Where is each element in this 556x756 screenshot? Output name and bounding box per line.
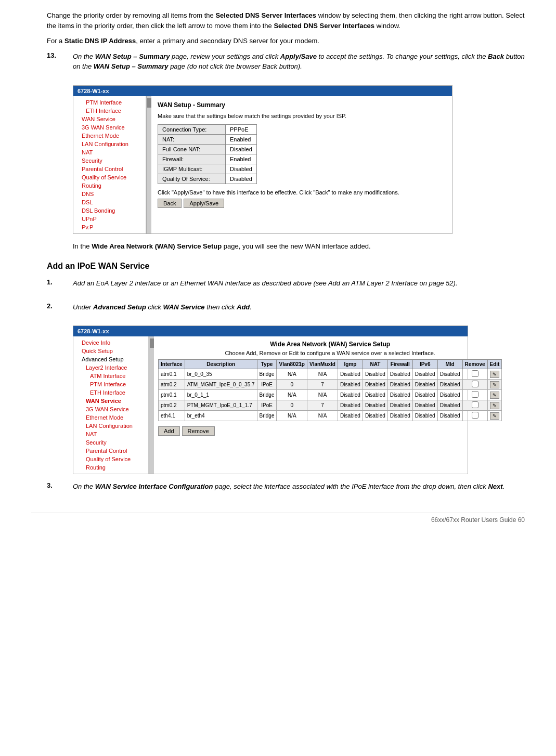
sidebar-quick-setup[interactable]: Quick Setup (73, 347, 148, 355)
cell-ipv6: Disabled (412, 411, 437, 421)
cell-type: Bridge (257, 390, 277, 400)
cell-remove[interactable] (462, 369, 487, 380)
footnote: 66xx/67xx Router Users Guide 60 (31, 513, 525, 524)
cell-type: Bridge (257, 369, 277, 380)
sidebar-3g-wan-service-1[interactable]: 3G WAN Service (73, 123, 146, 132)
sidebar-lan-config-2[interactable]: LAN Configuration (73, 422, 148, 430)
cell-ipv6: Disabled (412, 369, 437, 380)
sidebar-dsl-1[interactable]: DSL (73, 198, 146, 206)
sidebar-atm-interface-2[interactable]: ATM Interface (73, 372, 148, 380)
cell-vlan8021p: N/A (277, 390, 307, 400)
cell-remove[interactable] (462, 380, 487, 390)
step-3: 3. On the WAN Service Interface Configur… (47, 481, 525, 497)
router-titlebar-1: 6728-W1-xx (73, 86, 452, 96)
table-row: atm0.2 ATM_MGMT_IpoE_0_0_35.7 IPoE 0 7 D… (159, 380, 502, 390)
cell-remove[interactable] (462, 411, 487, 421)
sidebar-3g-wan-service-2[interactable]: 3G WAN Service (73, 405, 148, 413)
remove-checkbox[interactable] (472, 412, 479, 419)
col-mld: Mld (437, 360, 462, 369)
router-main-1: WAN Setup - Summary Make sure that the s… (151, 96, 452, 233)
sidebar-device-info[interactable]: Device Info (73, 338, 148, 347)
col-firewall: Firewall (387, 360, 412, 369)
sidebar-routing-1[interactable]: Routing (73, 181, 146, 190)
cell-interface: ptm0.2 (159, 400, 185, 411)
sidebar-wan-service-1[interactable]: WAN Service (73, 115, 146, 123)
edit-button[interactable]: ✎ (490, 402, 499, 409)
sidebar-nat-1[interactable]: NAT (73, 148, 146, 157)
cell-remove[interactable] (462, 400, 487, 411)
cell-interface: atm0.2 (159, 380, 185, 390)
step-1: 1. Add an EoA Layer 2 interface or an Et… (47, 278, 525, 294)
cell-vlanmuxid: N/A (307, 411, 338, 421)
wan-service-table: Interface Description Type Vlan8021p Vla… (158, 359, 502, 421)
sidebar-ethernet-mode-1[interactable]: Ethernet Mode (73, 132, 146, 140)
sidebar-wan-service-2[interactable]: WAN Service (73, 397, 148, 405)
col-nat: NAT (363, 360, 387, 369)
sidebar-ethernet-mode-2[interactable]: Ethernet Mode (73, 413, 148, 422)
sidebar-routing-2[interactable]: Routing (73, 463, 148, 472)
sidebar-parental-1[interactable]: Parental Control (73, 165, 146, 173)
cell-edit[interactable]: ✎ (487, 369, 502, 380)
cell-firewall: Disabled (387, 369, 412, 380)
sidebar-dns-1[interactable]: DNS (73, 190, 146, 198)
intro-para2: For a Static DNS IP Address, enter a pri… (47, 36, 525, 46)
add-button-2[interactable]: Add (158, 426, 180, 436)
sidebar-security-2[interactable]: Security (73, 438, 148, 447)
sidebar-pvp-1[interactable]: Pv.P (73, 223, 146, 231)
remove-checkbox[interactable] (472, 401, 479, 408)
cell-firewall: Disabled (387, 411, 412, 421)
sidebar-dsl-bonding-1[interactable]: DSL Bonding (73, 206, 146, 215)
edit-button[interactable]: ✎ (490, 381, 499, 388)
intro-para1: Change the priority order by removing al… (47, 10, 525, 31)
router-note-1: Click "Apply/Save" to have this interfac… (158, 189, 446, 195)
cell-edit[interactable]: ✎ (487, 400, 502, 411)
sidebar-qos-1[interactable]: Quality of Service (73, 173, 146, 181)
col-igmp: Igmp (338, 360, 363, 369)
apply-save-button-1[interactable]: Apply/Save (184, 199, 224, 208)
cell-ipv6: Disabled (412, 380, 437, 390)
cell-edit[interactable]: ✎ (487, 411, 502, 421)
sidebar-ptm-interface-1[interactable]: PTM Interface (73, 98, 146, 107)
table-row: ptm0.1 br_0_1_1 Bridge N/A N/A Disabled … (159, 390, 502, 400)
cell-firewall: Disabled (387, 380, 412, 390)
sidebar-parental-2[interactable]: Parental Control (73, 447, 148, 455)
edit-button[interactable]: ✎ (490, 412, 499, 420)
cell-description: ATM_MGMT_IpoE_0_0_35.7 (185, 380, 257, 390)
sidebar-ptm-interface-2[interactable]: PTM Interface (73, 380, 148, 388)
cell-nat: Disabled (363, 400, 387, 411)
col-ipv6: IPv6 (412, 360, 437, 369)
sidebar-eth-interface-2[interactable]: ETH Interface (73, 388, 148, 397)
cell-edit[interactable]: ✎ (487, 380, 502, 390)
sidebar-nat-2[interactable]: NAT (73, 430, 148, 438)
sidebar-advanced-setup[interactable]: Advanced Setup (73, 355, 148, 363)
remove-checkbox[interactable] (472, 370, 479, 377)
after-screenshot1-text: In the Wide Area Network (WAN) Service S… (73, 241, 525, 252)
edit-button[interactable]: ✎ (490, 392, 499, 399)
cell-igmp: Disabled (338, 390, 363, 400)
cell-igmp: Disabled (338, 380, 363, 390)
col-type: Type (257, 360, 277, 369)
table-row: atm0.1 br_0_0_35 Bridge N/A N/A Disabled… (159, 369, 502, 380)
sidebar-lan-config-1[interactable]: LAN Configuration (73, 140, 146, 148)
sidebar-1: PTM Interface ETH Interface WAN Service … (73, 96, 146, 233)
cell-type: Bridge (257, 411, 277, 421)
cell-vlan8021p: 0 (277, 380, 307, 390)
router-main-2: Wide Area Network (WAN) Service Setup Ch… (154, 336, 506, 474)
cell-edit[interactable]: ✎ (487, 390, 502, 400)
sidebar-upnp-1[interactable]: UPnP (73, 215, 146, 223)
cell-interface: atm0.1 (159, 369, 185, 380)
cell-vlanmuxid: N/A (307, 369, 338, 380)
step-13-number: 13. (47, 51, 62, 59)
sidebar-qos-2[interactable]: Quality of Service (73, 455, 148, 463)
remove-button-2[interactable]: Remove (182, 426, 215, 436)
remove-checkbox[interactable] (472, 381, 479, 387)
back-button-1[interactable]: Back (158, 199, 182, 208)
sidebar-security-1[interactable]: Security (73, 157, 146, 165)
edit-button[interactable]: ✎ (490, 371, 499, 378)
cell-remove[interactable] (462, 390, 487, 400)
sidebar-eth-interface-1[interactable]: ETH Interface (73, 107, 146, 115)
sidebar-layer2-interface[interactable]: Layer2 Interface (73, 363, 148, 372)
remove-checkbox[interactable] (472, 391, 479, 398)
cell-firewall: Disabled (387, 400, 412, 411)
screenshot1-box: 6728-W1-xx PTM Interface ETH Interface W… (73, 85, 452, 234)
